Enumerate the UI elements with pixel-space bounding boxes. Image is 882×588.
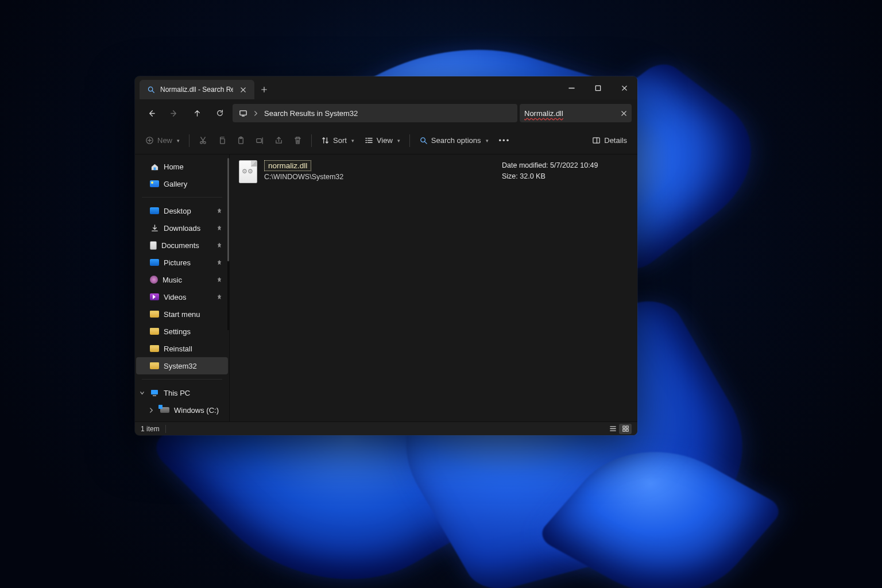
sort-button[interactable]: Sort ▾	[316, 131, 359, 150]
desktop-icon	[150, 207, 159, 214]
sidebar-item-videos[interactable]: Videos	[136, 288, 228, 305]
titlebar: Normaliz.dll - Search Results in	[135, 76, 637, 99]
sidebar-scrollbar-thumb[interactable]	[227, 158, 229, 261]
sidebar-item-music[interactable]: Music	[136, 271, 228, 288]
content-area: ⚙⚙ normaliz.dll C:\WINDOWS\System32 Date…	[230, 154, 637, 421]
tab-title: Normaliz.dll - Search Results in	[160, 86, 233, 94]
sidebar-item-label: Downloads	[164, 224, 200, 233]
monitor-icon	[238, 109, 247, 118]
clear-search-button[interactable]	[621, 110, 627, 117]
view-details-button[interactable]	[619, 424, 632, 434]
svg-rect-17	[151, 390, 158, 394]
sidebar-item-home[interactable]: Home	[136, 158, 228, 175]
pin-icon	[216, 242, 222, 248]
sidebar-item-desktop[interactable]: Desktop	[136, 202, 228, 219]
chevron-down-icon: ▾	[351, 138, 354, 144]
pin-icon	[216, 225, 222, 231]
refresh-button[interactable]	[210, 104, 230, 122]
sidebar-item-reinstall[interactable]: Reinstall	[136, 340, 228, 357]
search-options-button[interactable]: Search options ▾	[415, 131, 493, 150]
back-button[interactable]	[141, 104, 161, 122]
chevron-down-icon: ▾	[486, 138, 489, 144]
up-button[interactable]	[187, 104, 207, 122]
sidebar-item-label: Pictures	[164, 258, 191, 267]
tab-active[interactable]: Normaliz.dll - Search Results in	[140, 80, 254, 99]
svg-rect-15	[593, 138, 599, 143]
file-name[interactable]: normaliz.dll	[264, 160, 311, 171]
pin-icon	[216, 260, 222, 265]
copy-button[interactable]	[213, 131, 231, 150]
status-item-count: 1 item	[141, 425, 160, 433]
search-icon	[146, 85, 156, 94]
svg-rect-4	[239, 110, 246, 115]
search-query-text: Normaliz.dll	[524, 109, 617, 118]
details-pane-button[interactable]: Details	[587, 131, 632, 150]
sidebar-item-start-menu[interactable]: Start menu	[136, 305, 228, 323]
sidebar-item-pictures[interactable]: Pictures	[136, 254, 228, 271]
dll-file-icon: ⚙⚙	[239, 160, 257, 183]
music-icon	[150, 276, 158, 284]
svg-rect-21	[622, 429, 625, 431]
pin-icon	[216, 208, 222, 214]
forward-button[interactable]	[164, 104, 184, 122]
doc-icon	[150, 241, 157, 250]
folder-icon	[150, 362, 159, 369]
share-button[interactable]	[270, 131, 288, 150]
more-button[interactable]: •••	[494, 131, 515, 150]
explorer-window: Normaliz.dll - Search Results in	[135, 76, 637, 435]
chevron-down-icon[interactable]	[140, 390, 145, 396]
sidebar-item-label: Videos	[164, 293, 187, 301]
sidebar-item-downloads[interactable]: Downloads	[136, 219, 228, 237]
pin-icon	[216, 294, 222, 300]
new-button[interactable]: New ▾	[141, 131, 184, 150]
gallery-icon	[150, 180, 159, 187]
sidebar-item-label: Settings	[164, 327, 191, 336]
svg-rect-20	[626, 426, 628, 428]
svg-line-1	[152, 91, 154, 92]
sidebar-item-label: Desktop	[164, 207, 191, 215]
rename-button[interactable]	[251, 131, 269, 150]
svg-rect-9	[220, 139, 225, 144]
pin-icon	[216, 277, 222, 283]
sidebar-item-label: Start menu	[164, 310, 200, 319]
sidebar-item-label: Documents	[161, 241, 199, 250]
tab-close-button[interactable]	[238, 86, 249, 94]
paste-button[interactable]	[232, 131, 250, 150]
folder-icon	[150, 328, 159, 335]
pc-icon	[150, 388, 159, 397]
sidebar-item-this-pc[interactable]: This PC	[136, 384, 228, 401]
svg-rect-3	[595, 86, 600, 90]
sidebar-item-documents[interactable]: Documents	[136, 237, 228, 254]
sidebar: Home Gallery DesktopDownloadsDocumentsPi…	[135, 154, 230, 421]
address-bar[interactable]: Search Results in System32	[233, 104, 517, 122]
sidebar-item-drive-c[interactable]: Windows (C:)	[136, 401, 228, 419]
svg-rect-22	[626, 429, 628, 431]
sidebar-item-settings[interactable]: Settings	[136, 323, 228, 340]
file-path: C:\WINDOWS\System32	[264, 173, 495, 181]
delete-button[interactable]	[289, 131, 307, 150]
folder-icon	[150, 345, 159, 352]
view-list-button[interactable]	[606, 424, 619, 434]
minimize-button[interactable]	[558, 76, 585, 99]
breadcrumb[interactable]: Search Results in System32	[264, 109, 358, 118]
chevron-down-icon: ▾	[397, 138, 400, 144]
navbar: Search Results in System32 Normaliz.dll	[135, 99, 637, 127]
toolbar: New ▾ Sort ▾ View ▾	[135, 127, 637, 154]
sidebar-item-system32[interactable]: System32	[136, 357, 228, 374]
svg-rect-12	[257, 139, 261, 143]
chevron-right-icon[interactable]	[149, 408, 154, 413]
download-icon	[150, 223, 159, 233]
search-result-row[interactable]: ⚙⚙ normaliz.dll C:\WINDOWS\System32 Date…	[239, 160, 628, 183]
svg-rect-19	[622, 426, 625, 428]
cut-button[interactable]	[194, 131, 212, 150]
view-button[interactable]: View ▾	[360, 131, 405, 150]
svg-rect-18	[153, 395, 156, 396]
chevron-down-icon: ▾	[177, 138, 180, 144]
sidebar-item-gallery[interactable]: Gallery	[136, 175, 228, 192]
new-tab-button[interactable]	[254, 80, 274, 99]
search-input[interactable]: Normaliz.dll	[520, 104, 632, 122]
close-button[interactable]	[611, 76, 637, 99]
svg-line-14	[424, 141, 427, 144]
folder-icon	[150, 311, 159, 318]
maximize-button[interactable]	[585, 76, 611, 99]
